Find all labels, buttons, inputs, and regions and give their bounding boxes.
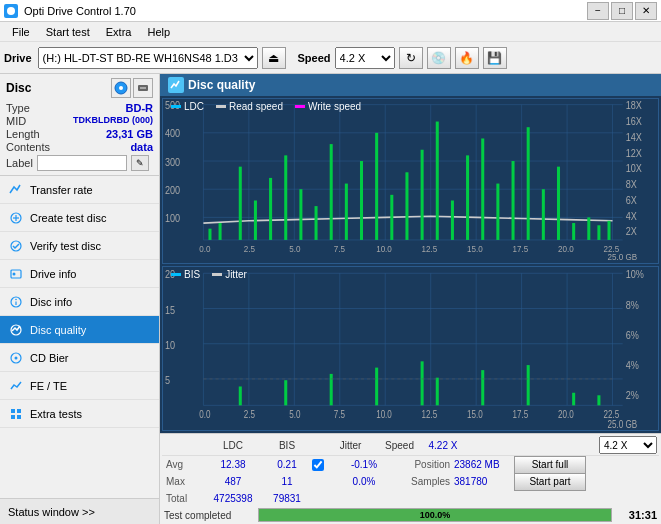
start-part-button[interactable]: Start part: [514, 473, 586, 491]
svg-rect-17: [11, 409, 15, 413]
total-ldc: 4725398: [204, 493, 262, 504]
sidebar-item-fe-te[interactable]: FE / TE: [0, 372, 159, 400]
cd-bier-icon: [8, 350, 24, 366]
svg-text:6X: 6X: [626, 194, 638, 206]
menu-help[interactable]: Help: [139, 24, 178, 40]
svg-rect-80: [466, 155, 469, 240]
sidebar-item-extra-tests[interactable]: Extra tests: [0, 400, 159, 428]
svg-rect-89: [597, 225, 600, 240]
label-label: Label: [6, 157, 33, 169]
svg-rect-131: [421, 361, 424, 405]
svg-point-2: [119, 86, 123, 90]
content-area: Disc quality LDC Read speed Wri: [160, 74, 661, 524]
menu-start-test[interactable]: Start test: [38, 24, 98, 40]
sidebar-item-create-test-disc[interactable]: Create test disc: [0, 204, 159, 232]
save-button[interactable]: 💾: [483, 47, 507, 69]
type-value: BD-R: [126, 102, 154, 114]
write-speed-legend-item: Write speed: [295, 101, 361, 112]
svg-rect-20: [17, 415, 21, 419]
sidebar-item-transfer-rate[interactable]: Transfer rate: [0, 176, 159, 204]
close-button[interactable]: ✕: [635, 2, 657, 20]
nav-label-disc-quality: Disc quality: [30, 324, 86, 336]
jitter-col-header: Jitter: [328, 440, 373, 451]
svg-text:6%: 6%: [626, 328, 639, 340]
label-input[interactable]: [37, 155, 127, 171]
svg-text:5.0: 5.0: [289, 244, 300, 255]
max-jitter: 0.0%: [324, 476, 404, 487]
chart2-legend: BIS Jitter: [171, 269, 247, 280]
svg-rect-68: [284, 155, 287, 240]
length-value: 23,31 GB: [106, 128, 153, 140]
avg-jitter: -0.1%: [324, 459, 404, 470]
svg-text:100: 100: [165, 212, 180, 224]
disc-section-label: Disc: [6, 81, 31, 95]
svg-rect-84: [527, 127, 530, 240]
svg-text:20.0: 20.0: [558, 244, 574, 255]
samples-label: Samples: [404, 476, 454, 487]
length-label: Length: [6, 128, 40, 140]
time-display: 31:31: [622, 509, 657, 521]
bis-legend-label: BIS: [184, 269, 200, 280]
bis-legend-dot: [171, 273, 181, 276]
jitter-checkbox[interactable]: [312, 459, 324, 471]
ldc-legend-dot: [171, 105, 181, 108]
start-full-button[interactable]: Start full: [514, 456, 586, 474]
svg-rect-4: [140, 87, 146, 89]
svg-rect-130: [375, 367, 378, 405]
menu-extra[interactable]: Extra: [98, 24, 140, 40]
svg-text:2.5: 2.5: [244, 244, 255, 255]
svg-rect-73: [360, 161, 363, 240]
sidebar-item-verify-test-disc[interactable]: Verify test disc: [0, 232, 159, 260]
svg-rect-129: [330, 373, 333, 404]
svg-rect-135: [572, 392, 575, 405]
bis-col-header: BIS: [262, 440, 312, 451]
read-speed-legend-dot: [216, 105, 226, 108]
svg-text:8X: 8X: [626, 179, 638, 191]
type-label: Type: [6, 102, 30, 114]
svg-text:0.0: 0.0: [199, 409, 210, 420]
avg-ldc: 12.38: [204, 459, 262, 470]
max-ldc: 487: [204, 476, 262, 487]
minimize-button[interactable]: −: [587, 2, 609, 20]
svg-point-12: [15, 298, 17, 300]
svg-rect-133: [481, 370, 484, 405]
avg-label: Avg: [164, 459, 204, 470]
burn-button[interactable]: 🔥: [455, 47, 479, 69]
svg-text:15.0: 15.0: [467, 244, 483, 255]
svg-text:7.5: 7.5: [334, 244, 345, 255]
disc-small-icon: [111, 78, 131, 98]
eject-button[interactable]: ⏏: [262, 47, 286, 69]
svg-rect-71: [330, 144, 333, 240]
svg-text:10.0: 10.0: [376, 244, 392, 255]
speed-select-toolbar[interactable]: 4.2 X: [335, 47, 395, 69]
svg-rect-83: [512, 161, 515, 240]
svg-text:200: 200: [165, 184, 180, 196]
disc-info-icon: [8, 294, 24, 310]
status-window-button[interactable]: Status window >>: [0, 498, 159, 524]
drive-info-icon: [8, 266, 24, 282]
speed-dropdown[interactable]: 4.2 X: [599, 436, 657, 454]
svg-rect-127: [239, 386, 242, 405]
sidebar-item-disc-info[interactable]: Disc info: [0, 288, 159, 316]
refresh-button[interactable]: ↻: [399, 47, 423, 69]
contents-label: Contents: [6, 141, 50, 153]
svg-text:25.0 GB: 25.0 GB: [607, 252, 637, 263]
read-speed-legend-item: Read speed: [216, 101, 283, 112]
sidebar-item-cd-bier[interactable]: CD Bier: [0, 344, 159, 372]
disc-button[interactable]: 💿: [427, 47, 451, 69]
chart-header: Disc quality: [160, 74, 661, 96]
sidebar-item-drive-info[interactable]: Drive info: [0, 260, 159, 288]
svg-text:4X: 4X: [626, 210, 638, 222]
ldc-col-header: LDC: [204, 440, 262, 451]
sidebar-item-disc-quality[interactable]: Disc quality: [0, 316, 159, 344]
maximize-button[interactable]: □: [611, 2, 633, 20]
menu-file[interactable]: File: [4, 24, 38, 40]
nav-list: Transfer rate Create test disc Verify te…: [0, 176, 159, 428]
title-bar: Opti Drive Control 1.70 − □ ✕: [0, 0, 661, 22]
bis-legend-item: BIS: [171, 269, 200, 280]
bis-chart: BIS Jitter: [162, 266, 659, 432]
drive-select[interactable]: (H:) HL-DT-ST BD-RE WH16NS48 1.D3: [38, 47, 258, 69]
svg-text:2.5: 2.5: [244, 409, 255, 420]
label-edit-button[interactable]: ✎: [131, 155, 149, 171]
nav-label-create-test-disc: Create test disc: [30, 212, 106, 224]
